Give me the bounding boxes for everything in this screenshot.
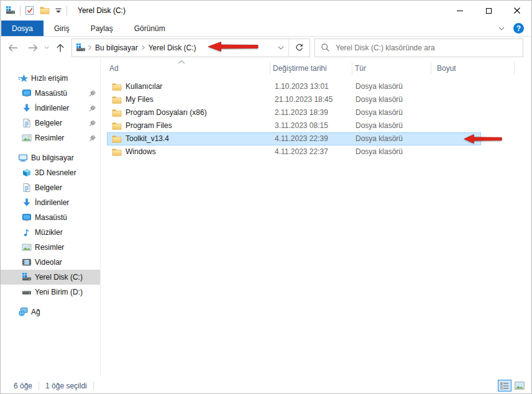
back-icon	[7, 44, 19, 52]
sidebar-item-downloads[interactable]: İndirilenler	[1, 195, 100, 210]
customize-toolbar-icon[interactable]	[55, 7, 62, 14]
pin-icon[interactable]	[89, 104, 96, 112]
tab-dosya[interactable]: Dosya	[1, 21, 44, 36]
address-bar[interactable]: Bu bilgisayar Yerel Disk (C:)	[71, 39, 310, 57]
large-icons-view-icon	[515, 382, 525, 390]
documents-icon	[22, 118, 32, 128]
close-button[interactable]	[503, 1, 531, 21]
address-drive-icon	[76, 43, 86, 53]
sidebar-item-local-disk-c[interactable]: Yerel Disk (C:)	[1, 270, 100, 285]
music-icon	[22, 227, 32, 237]
file-row-toolkit-v13-4[interactable]: Toolkit_v13.4 4.11.2023 22:39 Dosya klas…	[107, 132, 481, 145]
properties-icon[interactable]	[25, 6, 35, 16]
sidebar-item-pictures-pinned[interactable]: Resimler	[1, 131, 100, 145]
column-header-type[interactable]: Tür	[355, 58, 366, 78]
sidebar-item-network[interactable]: Ağ	[1, 305, 100, 319]
large-icons-view-button[interactable]	[513, 380, 526, 392]
sidebar-item-3d-objects[interactable]: 3D Nesneler	[1, 165, 100, 180]
file-row-kullanicilar[interactable]: Kullanıcılar 1.10.2023 13:01 Dosya klasö…	[107, 80, 481, 93]
folder-icon	[112, 134, 122, 144]
up-button[interactable]	[52, 39, 69, 57]
sidebar-item-new-volume-d[interactable]: Yeni Birim (D:)	[1, 285, 100, 300]
sidebar-item-pictures[interactable]: Resimler	[1, 240, 100, 255]
tab-giris[interactable]: Giriş	[44, 21, 80, 36]
annotation-arrow-selected-row	[464, 134, 502, 144]
search-icon	[321, 43, 330, 52]
sidebar-item-this-pc[interactable]: Bu bilgisayar	[1, 150, 100, 165]
breadcrumb-chevron-icon[interactable]	[88, 45, 91, 50]
column-divider[interactable]	[270, 62, 270, 75]
window-controls	[446, 1, 531, 21]
divider	[39, 382, 39, 390]
sidebar-item-videos[interactable]: Videolar	[1, 255, 100, 270]
refresh-icon	[295, 43, 304, 52]
maximize-button[interactable]	[474, 1, 503, 21]
column-divider[interactable]	[352, 62, 352, 75]
forward-icon	[27, 44, 39, 52]
column-header-name[interactable]: Ad	[109, 58, 119, 78]
annotation-arrow-address-bar	[208, 41, 259, 52]
file-row-my-files[interactable]: My Files 21.10.2023 18:45 Dosya klasörü	[107, 93, 481, 106]
chevron-down-icon	[44, 46, 49, 49]
sidebar-item-desktop-pinned[interactable]: Masaüstü	[1, 86, 100, 101]
sidebar-item-documents-pinned[interactable]: Belgeler	[1, 116, 100, 131]
column-header-row: Ad Değiştirme tarihi Tür Boyut	[101, 58, 531, 78]
divider	[20, 6, 21, 16]
breadcrumb-local-disk[interactable]: Yerel Disk (C:)	[147, 44, 198, 52]
back-button[interactable]	[4, 39, 22, 57]
search-box[interactable]	[314, 39, 523, 57]
folder-icon	[112, 95, 122, 105]
up-icon	[56, 43, 65, 53]
pictures-icon	[22, 133, 32, 143]
details-view-button[interactable]	[498, 380, 511, 392]
column-header-date[interactable]: Değiştirme tarihi	[273, 58, 327, 78]
search-input[interactable]	[336, 44, 517, 52]
column-divider[interactable]	[431, 62, 431, 75]
file-row-program-files[interactable]: Program Files 3.11.2023 08:15 Dosya klas…	[107, 119, 481, 132]
3d-objects-icon	[22, 168, 32, 178]
column-divider[interactable]	[514, 62, 515, 75]
pin-icon[interactable]	[89, 119, 96, 127]
breadcrumb-this-pc[interactable]: Bu bilgisayar	[94, 44, 139, 52]
refresh-button[interactable]	[289, 39, 310, 57]
file-row-windows[interactable]: Windows 4.11.2023 22:37 Dosya klasörü	[107, 145, 481, 158]
close-icon	[514, 7, 520, 14]
pin-icon[interactable]	[89, 134, 96, 142]
quick-access-star-icon	[18, 73, 28, 83]
status-bar: 6 öğe 1 öğe seçildi	[1, 377, 531, 394]
sidebar-item-desktop[interactable]: Masaüstü	[1, 210, 100, 225]
pin-icon[interactable]	[89, 89, 96, 97]
local-disk-icon	[22, 272, 32, 282]
desktop-icon	[22, 88, 32, 98]
documents-icon	[22, 183, 32, 193]
tab-gorunum[interactable]: Görünüm	[124, 21, 176, 36]
ribbon-collapse-icon[interactable]	[498, 27, 505, 30]
recent-locations-button[interactable]	[42, 39, 52, 57]
column-header-size[interactable]: Boyut	[437, 58, 456, 78]
downloads-icon	[22, 103, 32, 113]
title-bar: Yerel Disk (C:)	[1, 1, 531, 21]
sidebar-item-downloads-pinned[interactable]: İndirilenler	[1, 101, 100, 116]
breadcrumb-chevron-icon[interactable]	[142, 45, 145, 50]
this-pc-icon	[18, 153, 28, 163]
quick-access-toolbar	[25, 6, 62, 16]
minimize-icon	[457, 11, 463, 11]
sidebar-item-music[interactable]: Müzikler	[1, 225, 100, 240]
tab-paylas[interactable]: Paylaş	[80, 21, 124, 36]
file-row-program-dosyalari-x86[interactable]: Program Dosyaları (x86) 2.11.2023 18:39 …	[107, 106, 481, 119]
new-folder-icon[interactable]	[40, 6, 50, 16]
folder-icon	[112, 108, 122, 118]
drive-icon	[22, 287, 32, 297]
details-view-icon	[500, 382, 509, 390]
help-icon[interactable]: ?	[513, 23, 524, 34]
sort-ascending-icon	[178, 60, 185, 64]
sidebar-item-documents[interactable]: Belgeler	[1, 180, 100, 195]
minimize-button[interactable]	[446, 1, 474, 21]
item-count: 6 öğe	[14, 382, 32, 390]
address-dropdown-button[interactable]	[273, 39, 288, 57]
forward-button[interactable]	[24, 39, 42, 57]
divider	[66, 6, 67, 16]
file-explorer-window: Yerel Disk (C:) Dosya Giriş Paylaş Görün…	[0, 0, 532, 394]
window-title: Yerel Disk (C:)	[78, 6, 126, 15]
sidebar-item-quick-access[interactable]: Hızlı erişim	[1, 71, 100, 86]
